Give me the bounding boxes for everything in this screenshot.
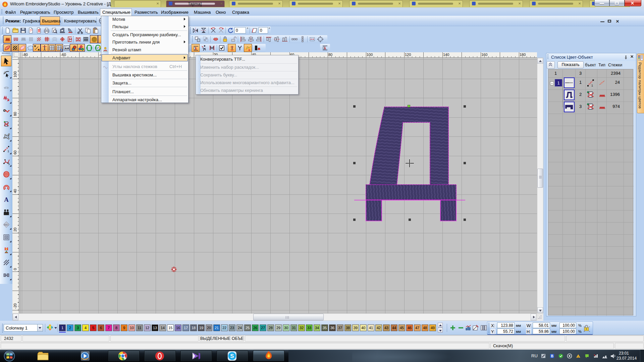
svg-text:B: B: [551, 354, 553, 358]
svg-text:A: A: [4, 196, 9, 203]
svg-text:1: 1: [7, 149, 9, 153]
svg-text:S: S: [230, 353, 234, 359]
svg-text:ABC: ABC: [4, 224, 9, 226]
svg-text:1: 1: [591, 84, 593, 87]
